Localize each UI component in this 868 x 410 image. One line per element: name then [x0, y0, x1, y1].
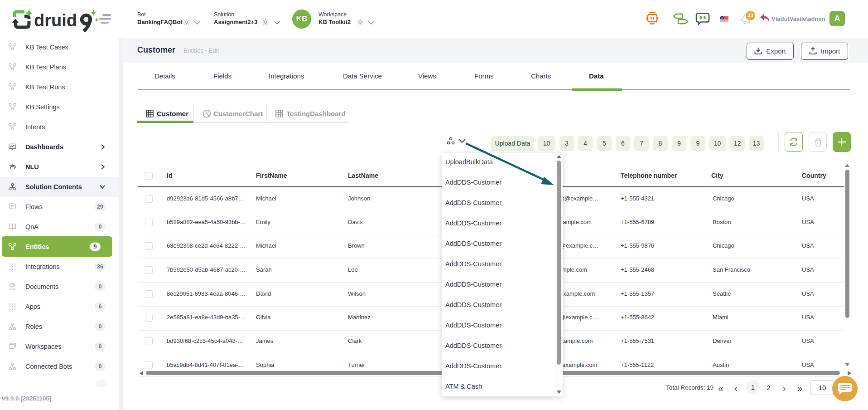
svg-text:druid: druid [34, 11, 77, 30]
